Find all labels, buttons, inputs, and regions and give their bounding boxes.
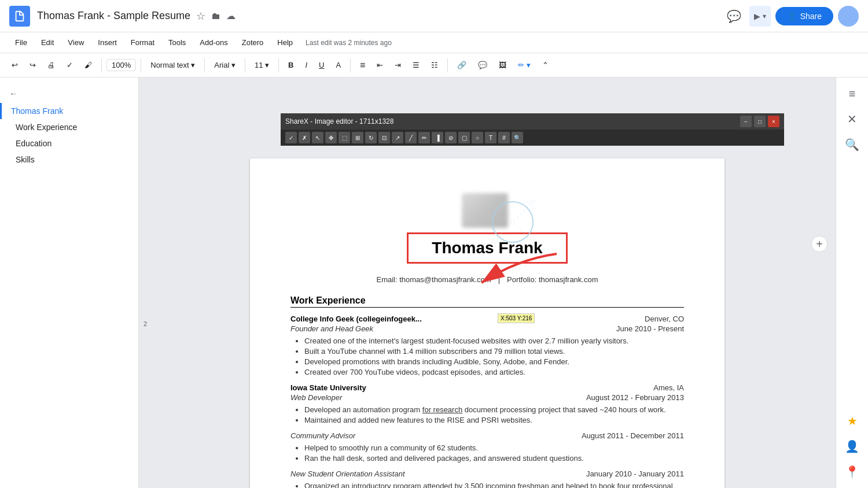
menu-addons[interactable]: Add-ons xyxy=(194,36,233,49)
section-work-experience: Work Experience xyxy=(290,295,684,308)
yellow-icon[interactable]: ★ xyxy=(841,409,864,432)
resume-header: Thomas Frank Email: thomas@thomasjfrank.… xyxy=(290,193,684,284)
minimize-button[interactable]: − xyxy=(740,116,752,127)
magnifier-circle xyxy=(490,199,536,245)
job-bullets-4: Organized an introductory program attend… xyxy=(304,482,684,488)
job-title-row-1: Founder and Head Geek June 2010 - Presen… xyxy=(290,324,684,333)
ie-move-icon[interactable]: ✥ xyxy=(325,132,337,143)
job-dates-4: January 2010 - January 2011 xyxy=(586,469,684,478)
job-company-2: Iowa State University xyxy=(290,383,366,392)
spellcheck-button[interactable]: ✓ xyxy=(62,58,78,72)
ie-cross-icon[interactable]: ✗ xyxy=(299,132,310,143)
sidebar-back[interactable]: ← xyxy=(0,84,138,103)
comments-icon[interactable]: 💬 xyxy=(724,6,745,27)
toolbar-separator-5 xyxy=(278,58,279,72)
job-dates-2: August 2012 - February 2013 xyxy=(586,393,684,402)
italic-button[interactable]: I xyxy=(300,58,312,72)
job-bullets-1: Created one of the internet's largest st… xyxy=(304,337,684,376)
indent-less-button[interactable]: ⇤ xyxy=(372,58,388,72)
ie-blur-icon[interactable]: ⊘ xyxy=(445,132,457,143)
more-formatting-button[interactable]: ≡ xyxy=(355,58,370,73)
share-button[interactable]: 👤 Share xyxy=(775,7,833,25)
insert-comment-button[interactable]: 💬 xyxy=(473,58,492,72)
bullet-item: Ran the hall desk, sorted and delivered … xyxy=(304,454,684,463)
doc-area[interactable]: ShareX - Image editor - 1711x1328 − □ × … xyxy=(139,77,836,488)
outline-icon[interactable]: ≡ xyxy=(841,82,864,105)
paint-format-button[interactable]: 🖌 xyxy=(80,58,97,72)
indent-more-button[interactable]: ⇥ xyxy=(390,58,406,72)
search-icon[interactable]: 🔍 xyxy=(841,133,864,156)
menu-file[interactable]: File xyxy=(9,36,33,49)
ie-pen-icon[interactable]: ✏ xyxy=(418,132,430,143)
expand-button[interactable]: ⌃ xyxy=(538,58,553,72)
menu-help[interactable]: Help xyxy=(271,36,299,49)
job-company-1: College Info Geek (collegeinfogeek... xyxy=(290,315,422,323)
ie-rect-icon[interactable]: ▢ xyxy=(458,132,470,143)
ie-highlight-icon[interactable]: ▐ xyxy=(432,132,443,143)
person-icon[interactable]: 👤 xyxy=(841,435,864,458)
menu-format[interactable]: Format xyxy=(125,36,160,49)
bullet-list-button[interactable]: ☰ xyxy=(408,58,424,72)
star-icon[interactable]: ☆ xyxy=(196,10,205,23)
menu-insert[interactable]: Insert xyxy=(92,36,123,49)
ie-line-icon[interactable]: ╱ xyxy=(405,132,417,143)
page-numbers: 2 3 xyxy=(144,320,147,488)
undo-button[interactable]: ↩ xyxy=(7,58,23,72)
sidebar-item-education[interactable]: Education xyxy=(0,135,138,151)
job-dates-3: August 2011 - December 2011 xyxy=(582,431,684,440)
ie-text-icon[interactable]: T xyxy=(485,132,496,143)
present-icon[interactable]: ▶ ▾ xyxy=(749,6,771,27)
bullet-item: Created one of the internet's largest st… xyxy=(304,337,684,345)
job-title-4: New Student Orientation Assistant xyxy=(290,469,405,478)
ie-magnify-icon[interactable]: 🔍 xyxy=(512,132,523,143)
insert-link-button[interactable]: 🔗 xyxy=(453,58,471,72)
redo-button[interactable]: ↪ xyxy=(25,58,41,72)
doc-title[interactable]: Thomas Frank - Sample Resume xyxy=(37,10,190,22)
ie-crop-icon[interactable]: ⊞ xyxy=(352,132,363,143)
menu-edit[interactable]: Edit xyxy=(35,36,60,49)
menu-tools[interactable]: Tools xyxy=(163,36,192,49)
maximize-button[interactable]: □ xyxy=(754,116,766,127)
job-title-1: Founder and Head Geek xyxy=(290,324,373,333)
ie-check-icon[interactable]: ✓ xyxy=(285,132,297,143)
font-size-button[interactable]: 11 ▾ xyxy=(250,58,274,72)
ie-rotate-icon[interactable]: ↻ xyxy=(365,132,377,143)
num-list-button[interactable]: ☷ xyxy=(426,58,443,72)
map-pin-icon[interactable]: 📍 xyxy=(841,460,864,483)
ie-arrow-icon[interactable]: ↗ xyxy=(392,132,403,143)
text-color-button[interactable]: A xyxy=(331,58,345,72)
zoom-display[interactable]: 100% xyxy=(106,59,136,71)
close-sidebar-icon[interactable]: ✕ xyxy=(841,108,864,131)
job-title-row-2: Web Developer August 2012 - February 201… xyxy=(290,393,684,402)
sidebar-item-thomas-frank[interactable]: Thomas Frank xyxy=(0,103,138,119)
image-editor-toolbar: ✓ ✗ ↖ ✥ ⬚ ⊞ ↻ ⊡ ↗ ╱ ✏ ▐ ⊘ ▢ ○ T # 🔍 xyxy=(281,130,784,146)
menu-zotero[interactable]: Zotero xyxy=(236,36,270,49)
job-bullets-3: Helped to smoothly run a community of 62… xyxy=(304,443,684,463)
ie-counter-icon[interactable]: # xyxy=(498,132,510,143)
cloud-icon[interactable]: ☁ xyxy=(226,10,236,21)
ie-select-icon[interactable]: ⬚ xyxy=(339,132,350,143)
insert-image-button[interactable]: 🖼 xyxy=(494,58,511,72)
folder-icon[interactable]: 🖿 xyxy=(211,11,220,21)
normal-text-button[interactable]: Normal text ▾ xyxy=(146,58,200,72)
job-row-1: College Info Geek (collegeinfogeek... De… xyxy=(290,315,684,323)
ie-filter-icon[interactable]: ⊡ xyxy=(378,132,390,143)
ie-cursor-icon[interactable]: ↖ xyxy=(312,132,323,143)
sidebar-item-work-experience[interactable]: Work Experience xyxy=(0,119,138,135)
toolbar-separator-6 xyxy=(350,58,351,72)
job-location-2: Ames, IA xyxy=(653,383,684,392)
ie-circle-icon[interactable]: ○ xyxy=(472,132,483,143)
avatar[interactable] xyxy=(838,6,859,27)
bold-button[interactable]: B xyxy=(284,58,298,72)
close-button[interactable]: × xyxy=(768,116,779,127)
sidebar-item-skills[interactable]: Skills xyxy=(0,151,138,168)
font-button[interactable]: Arial ▾ xyxy=(209,58,240,72)
add-page-button[interactable]: + xyxy=(811,236,827,252)
resume-email: Email: thomas@thomasjfrank.com xyxy=(376,275,491,284)
pen-color-button[interactable]: ✏ ▾ xyxy=(513,58,535,72)
menu-view[interactable]: View xyxy=(62,36,90,49)
bullet-item: Helped to smoothly run a community of 62… xyxy=(304,443,684,452)
print-button[interactable]: 🖨 xyxy=(43,58,60,72)
toolbar-separator-4 xyxy=(245,58,245,72)
underline-button[interactable]: U xyxy=(314,58,329,72)
